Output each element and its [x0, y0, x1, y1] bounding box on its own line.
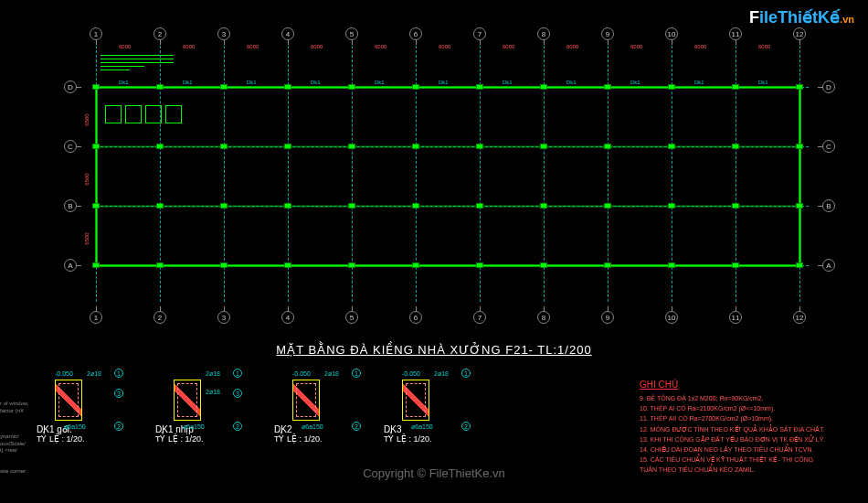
beam-horizontal: [96, 264, 799, 267]
command-panel: r of window, factor (nX ynamic/ ous/Scal…: [0, 401, 55, 476]
room-outline: [165, 105, 182, 123]
column-marker: [220, 84, 228, 90]
grid-col-12: 12: [793, 27, 806, 40]
dim-col: 6000: [119, 44, 131, 49]
site-logo: FileThiếtKế.vn: [749, 7, 854, 27]
column-marker: [348, 262, 355, 268]
column-marker: [476, 84, 483, 90]
beam-label: Dk1: [119, 80, 129, 85]
detail-dk3: -0.050 2ø18 1 ø6a150 2 DK3 TỶ LỆ : 1/20.: [384, 380, 475, 444]
column-marker: [540, 203, 547, 209]
column-marker: [668, 262, 675, 268]
dim-col: 6000: [247, 44, 259, 49]
detail-dk1-nhip: 2ø18 1 2ø18 3 ø6a150 2 DK1 nhịp TỶ LỆ : …: [155, 380, 247, 444]
column-marker: [668, 84, 675, 90]
column-marker: [284, 84, 291, 90]
dim-row: 6500: [84, 232, 90, 244]
column-marker: [220, 144, 228, 149]
grid-col-7: 7: [473, 27, 486, 40]
column-marker: [796, 84, 803, 90]
column-marker: [540, 144, 547, 149]
column-marker: [284, 262, 291, 268]
aux-lines: [101, 55, 174, 82]
grid-row-B: B: [64, 199, 77, 212]
grid-row-C: C: [64, 140, 77, 153]
beam-label: Dk1: [311, 80, 321, 85]
column-marker: [604, 144, 611, 149]
dim-col: 6000: [503, 44, 514, 49]
grid-col-4: 4: [281, 27, 294, 40]
grid-col-1: 1: [90, 311, 102, 324]
grid-col-4: 4: [281, 311, 294, 324]
dim-col: 6000: [630, 44, 642, 49]
column-marker: [220, 203, 228, 209]
grid-row-B: B: [822, 199, 835, 212]
column-marker: [732, 144, 739, 149]
column-marker: [604, 203, 611, 209]
beam-label: Dk1: [375, 80, 385, 85]
grid-row-A: A: [64, 259, 77, 272]
grid-col-2: 2: [153, 27, 166, 40]
grid-col-8: 8: [537, 311, 550, 324]
detail-dk2: -0.050 2ø18 1 ø6a150 2 DK2 TỶ LỆ : 1/20.: [274, 380, 365, 444]
column-marker: [604, 262, 611, 268]
column-marker: [412, 84, 419, 90]
drawing-title: MẶT BẰNG ĐÀ KIỀNG NHÀ XƯỞNG F21- TL:1/20…: [276, 343, 591, 357]
column-marker: [92, 203, 100, 209]
column-marker: [604, 84, 611, 90]
column-marker: [476, 262, 483, 268]
grid-row-A: A: [822, 259, 835, 272]
grid-col-1: 1: [90, 27, 102, 40]
grid-col-11: 11: [729, 311, 742, 324]
grid-col-5: 5: [345, 311, 358, 324]
dim-col: 6000: [758, 44, 770, 49]
room-outline: [145, 105, 162, 123]
column-marker: [412, 203, 419, 209]
column-marker: [156, 84, 164, 90]
column-marker: [284, 203, 291, 209]
column-marker: [92, 144, 100, 149]
grid-row-D: D: [822, 80, 835, 93]
beam-vertical: [95, 87, 98, 265]
column-marker: [732, 84, 739, 90]
dim-col: 6000: [566, 44, 578, 49]
beam-horizontal: [96, 145, 799, 148]
column-marker: [92, 262, 100, 268]
column-marker: [220, 262, 228, 268]
beam-label: Dk1: [247, 80, 257, 85]
beam-horizontal: [96, 205, 799, 208]
grid-col-10: 10: [665, 311, 678, 324]
grid-row-D: D: [64, 80, 77, 93]
grid-col-9: 9: [601, 311, 614, 324]
grid-col-10: 10: [665, 27, 678, 40]
column-marker: [732, 203, 739, 209]
grid-col-12: 12: [793, 311, 806, 324]
beam-label: Dk1: [758, 80, 768, 85]
dim-col: 6000: [183, 44, 195, 49]
column-marker: [412, 144, 419, 149]
column-marker: [348, 203, 355, 209]
column-marker: [348, 84, 355, 90]
column-marker: [156, 203, 164, 209]
drawing-canvas[interactable]: FileThiếtKế.vn // placeholder – actual g…: [0, 0, 868, 503]
column-marker: [668, 144, 675, 149]
column-marker: [796, 144, 803, 149]
beam-label: Dk1: [503, 80, 513, 85]
beam-label: Dk1: [566, 80, 577, 85]
grid-col-11: 11: [729, 27, 742, 40]
grid-col-3: 3: [217, 27, 230, 40]
column-marker: [92, 84, 100, 90]
grid-col-7: 7: [473, 311, 486, 324]
room-outline: [125, 105, 142, 123]
column-marker: [668, 203, 675, 209]
dim-col: 6000: [375, 44, 386, 49]
grid-col-9: 9: [601, 27, 614, 40]
column-marker: [796, 262, 803, 268]
grid-col-6: 6: [409, 311, 422, 324]
beam-label: Dk1: [694, 80, 704, 85]
column-marker: [156, 262, 164, 268]
column-marker: [412, 262, 419, 268]
beam-label: Dk1: [630, 80, 640, 85]
dim-row: 6500: [84, 113, 90, 125]
beam-label: Dk1: [439, 80, 449, 85]
